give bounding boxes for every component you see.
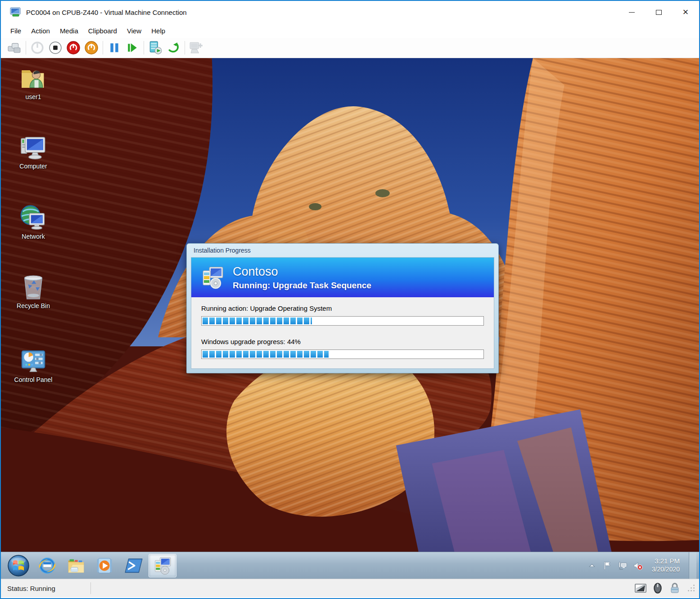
hidden-icons-arrow-icon (588, 562, 596, 570)
save-state-icon (85, 41, 98, 54)
taskbar-internet-explorer[interactable] (33, 554, 61, 577)
clock-date: 3/20/2020 (652, 566, 680, 574)
desktop-icon-network[interactable]: Network (8, 204, 59, 240)
ctrl-alt-del-button[interactable] (5, 39, 23, 56)
statusbar: Status: Running (1, 579, 699, 597)
vm-connection-window: PC0004 on CPUB-Z440 - Virtual Machine Co… (0, 0, 700, 599)
vm-desktop: user1 Computer (1, 58, 699, 552)
upgrade-progress-fill (203, 351, 329, 358)
checkpoint-icon (148, 41, 163, 55)
revert-icon (167, 41, 180, 54)
dialog-banner-status: Running: Upgrade Task Sequence (233, 281, 371, 290)
user-folder-icon (19, 64, 47, 92)
toolbar-separator (26, 41, 26, 54)
menu-media[interactable]: Media (55, 25, 83, 36)
toolbar (1, 38, 699, 58)
toolbar-separator (144, 41, 144, 54)
pause-icon (108, 42, 120, 54)
computer-icon (19, 134, 47, 162)
desktop-icon-label: Network (22, 233, 45, 240)
start-orb-icon (7, 554, 30, 577)
screen-status-icon (634, 582, 647, 594)
dialog-titlebar[interactable]: Installation Progress (187, 244, 498, 257)
mouse-status-icon (651, 582, 664, 594)
toolbar-separator (103, 41, 103, 54)
turn-off-button[interactable] (46, 39, 64, 56)
menu-help[interactable]: Help (146, 25, 170, 36)
taskbar-installer-active[interactable] (149, 554, 176, 577)
taskbar-clock[interactable]: 3:21 PM 3/20/2020 (652, 557, 680, 573)
window-title: PC0004 on CPUB-Z440 - Virtual Machine Co… (26, 9, 187, 16)
enhanced-session-icon (189, 41, 203, 55)
windows-explorer-icon (67, 556, 86, 575)
resize-grip[interactable] (688, 585, 695, 591)
maximize-button[interactable] (645, 1, 672, 23)
network-icon (19, 204, 47, 232)
action-progress-fill (203, 318, 312, 324)
enhanced-session-button[interactable] (187, 39, 205, 56)
desktop-icon-recycle-bin[interactable]: Recycle Bin (8, 273, 59, 309)
statusbar-icons (634, 582, 695, 594)
installation-progress-dialog: Installation Progress (186, 243, 499, 373)
menu-file[interactable]: File (5, 25, 26, 36)
action-center-button[interactable] (602, 561, 612, 571)
installer-taskbar-icon (153, 556, 172, 575)
desktop-icon-label: user1 (25, 94, 41, 100)
start-button[interactable] (5, 554, 32, 577)
checkpoint-button[interactable] (146, 39, 164, 56)
taskbar-windows-explorer[interactable] (62, 554, 90, 577)
shut-down-icon (67, 41, 80, 54)
control-panel-icon (19, 347, 47, 375)
reset-icon (126, 42, 138, 54)
hidden-icons-button[interactable] (587, 561, 597, 571)
dialog-banner: Contoso Running: Upgrade Task Sequence (191, 258, 494, 297)
save-state-button[interactable] (82, 39, 100, 56)
minimize-button[interactable] (618, 1, 645, 23)
network-tray-icon (618, 560, 628, 571)
desktop-icon-computer[interactable]: Computer (8, 134, 59, 170)
minimize-icon (629, 12, 635, 13)
close-button[interactable]: × (672, 1, 699, 23)
reset-button[interactable] (123, 39, 141, 56)
taskbar-powershell[interactable] (120, 554, 148, 577)
statusbar-divider (90, 582, 91, 594)
clock-time: 3:21 PM (652, 557, 680, 566)
recycle-bin-icon (19, 273, 47, 301)
network-tray-button[interactable] (618, 561, 628, 571)
shut-down-button[interactable] (64, 39, 82, 56)
powershell-icon (124, 556, 143, 575)
revert-button[interactable] (164, 39, 182, 56)
desktop-icon-label: Control Panel (14, 377, 53, 383)
lock-status-icon (668, 582, 681, 594)
upgrade-progress-label: Windows upgrade progress: 44% (201, 338, 484, 345)
close-icon: × (683, 7, 689, 17)
dialog-body: Contoso Running: Upgrade Task Sequence R… (191, 257, 494, 369)
menubar: File Action Media Clipboard View Help (1, 23, 699, 38)
volume-muted-icon (633, 560, 643, 572)
upgrade-progress-bar (201, 349, 484, 359)
maximize-icon (656, 10, 662, 15)
menu-clipboard[interactable]: Clipboard (83, 25, 122, 36)
action-center-flag-icon (602, 561, 612, 571)
desktop-icon-user1[interactable]: user1 (8, 64, 59, 100)
start-vm-button[interactable] (28, 39, 46, 56)
dialog-title: Installation Progress (194, 247, 251, 254)
desktop-icon-label: Computer (19, 163, 47, 170)
desktop-icon-control-panel[interactable]: Control Panel (8, 347, 59, 383)
menu-action[interactable]: Action (26, 25, 55, 36)
vm-status-text: Status: Running (7, 585, 55, 592)
running-action-label: Running action: Upgrade Operating System (201, 304, 484, 312)
show-desktop-button[interactable] (689, 552, 696, 579)
action-progress-bar (201, 316, 484, 326)
turn-off-icon (49, 41, 62, 54)
ctrl-alt-del-icon (8, 42, 21, 54)
internet-explorer-icon (38, 556, 57, 575)
pause-button[interactable] (105, 39, 123, 56)
volume-button[interactable] (633, 561, 643, 571)
media-player-icon (95, 556, 114, 575)
start-vm-icon (31, 41, 44, 54)
taskbar-media-player[interactable] (91, 554, 119, 577)
desktop-icon-label: Recycle Bin (17, 303, 50, 309)
system-tray: 3:21 PM 3/20/2020 (587, 552, 699, 579)
menu-view[interactable]: View (122, 25, 146, 36)
